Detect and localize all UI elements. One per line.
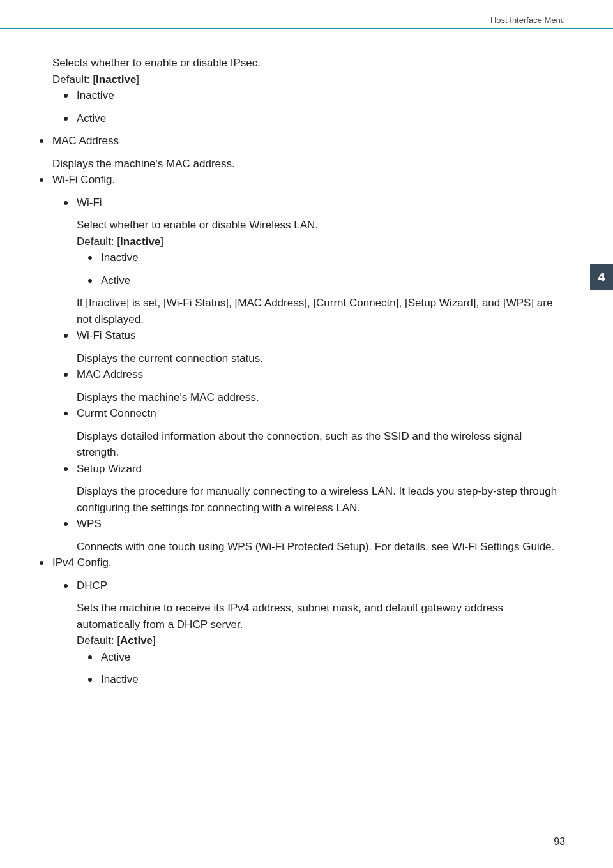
item-label: MAC Address: [52, 133, 563, 149]
item-label: Currnt Connectn: [77, 405, 563, 422]
header-section-title: Host Interface Menu: [490, 15, 565, 25]
wifi-option-inactive: Inactive: [40, 250, 563, 266]
chapter-tab: 4: [590, 264, 613, 290]
bullet-icon: [88, 655, 92, 659]
item-wps: WPS: [40, 516, 563, 532]
ipsec-default: Default: [Inactive]: [40, 71, 563, 88]
ipsec-description: Selects whether to enable or disable IPs…: [40, 55, 563, 71]
bullet-icon: [64, 334, 68, 338]
item-wifi-config: Wi-Fi Config.: [40, 172, 563, 188]
default-prefix: Default: [: [77, 236, 120, 248]
mac-description: Displays the machine's MAC address.: [40, 156, 563, 172]
bullet-icon: [64, 467, 68, 471]
item-wifi-status: Wi-Fi Status: [40, 327, 563, 344]
bullet-icon: [64, 201, 68, 205]
wifi-status-description: Displays the current connection status.: [40, 350, 563, 367]
dhcp-option-inactive: Inactive: [40, 671, 563, 688]
dhcp-default-value: Active: [120, 634, 153, 647]
default-suffix: ]: [153, 634, 156, 647]
wifi-default: Default: [Inactive]: [40, 234, 563, 250]
item-label: IPv4 Config.: [52, 555, 563, 571]
option-label: Active: [101, 649, 563, 666]
header-rule: [0, 28, 613, 29]
item-setup-wizard: Setup Wizard: [40, 461, 563, 477]
wifi-default-value: Inactive: [120, 236, 160, 248]
bullet-icon: [64, 94, 68, 98]
option-label: Inactive: [101, 671, 563, 688]
page-number: 93: [554, 836, 565, 848]
option-label: Active: [77, 110, 563, 127]
bullet-icon: [64, 412, 68, 415]
item-label: Wi-Fi: [77, 195, 563, 211]
item-label: MAC Address: [77, 366, 563, 383]
item-label: Wi-Fi Status: [77, 327, 563, 344]
setup-wizard-description: Displays the procedure for manually conn…: [40, 483, 563, 516]
ipsec-option-inactive: Inactive: [40, 87, 563, 104]
item-mac-address: MAC Address: [40, 133, 563, 149]
mac2-description: Displays the machine's MAC address.: [40, 389, 563, 406]
page: Host Interface Menu 4 Selects whether to…: [0, 0, 613, 868]
bullet-icon: [40, 178, 43, 182]
wps-description: Connects with one touch using WPS (Wi-Fi…: [40, 539, 563, 555]
bullet-icon: [88, 678, 92, 682]
bullet-icon: [64, 373, 68, 377]
dhcp-description: Sets the machine to receive its IPv4 add…: [40, 600, 563, 632]
ipsec-option-active: Active: [40, 110, 563, 127]
item-currnt-connectn: Currnt Connectn: [40, 405, 563, 422]
content-body: Selects whether to enable or disable IPs…: [40, 55, 563, 694]
item-wifi: Wi-Fi: [40, 195, 563, 211]
item-ipv4-config: IPv4 Config.: [40, 555, 563, 571]
bullet-icon: [88, 279, 92, 283]
default-suffix: ]: [136, 73, 139, 86]
item-label: Setup Wizard: [77, 461, 563, 477]
currnt-description: Displays detailed information about the …: [40, 428, 563, 461]
bullet-icon: [40, 139, 43, 143]
item-label: WPS: [77, 516, 563, 532]
default-suffix: ]: [160, 236, 163, 248]
default-prefix: Default: [: [52, 73, 96, 86]
item-label: Wi-Fi Config.: [52, 172, 563, 188]
wifi-note: If [Inactive] is set, [Wi-Fi Status], [M…: [40, 295, 563, 327]
option-label: Inactive: [101, 250, 563, 266]
option-label: Active: [101, 273, 563, 289]
dhcp-default: Default: [Active]: [40, 632, 563, 649]
item-dhcp: DHCP: [40, 578, 563, 594]
ipsec-default-value: Inactive: [96, 73, 136, 86]
wifi-description: Select whether to enable or disable Wire…: [40, 217, 563, 234]
bullet-icon: [88, 256, 92, 260]
bullet-icon: [64, 522, 68, 526]
bullet-icon: [40, 561, 43, 565]
option-label: Inactive: [77, 87, 563, 104]
wifi-option-active: Active: [40, 273, 563, 289]
item-mac-address-2: MAC Address: [40, 366, 563, 383]
default-prefix: Default: [: [77, 634, 120, 647]
bullet-icon: [64, 584, 68, 588]
dhcp-option-active: Active: [40, 649, 563, 666]
item-label: DHCP: [77, 578, 563, 594]
bullet-icon: [64, 117, 68, 121]
